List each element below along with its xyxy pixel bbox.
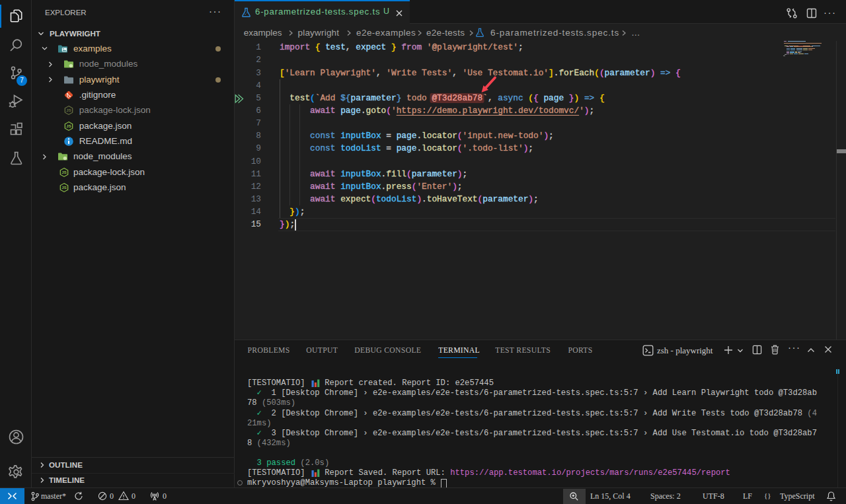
svg-text:JS: JS [66, 109, 71, 113]
svg-text:JS: JS [61, 186, 66, 190]
svg-text:JS: JS [66, 124, 71, 128]
svg-text:JS: JS [61, 170, 66, 174]
